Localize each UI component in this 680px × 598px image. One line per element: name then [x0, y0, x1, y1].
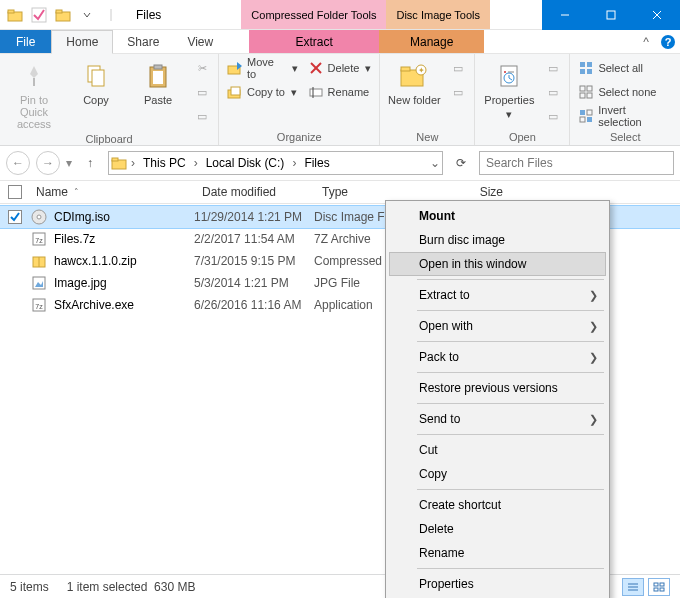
- view-details-button[interactable]: [622, 578, 644, 596]
- ctx-separator: [417, 403, 604, 404]
- tab-view[interactable]: View: [173, 30, 227, 53]
- folder-icon[interactable]: [4, 4, 26, 26]
- ctx-mount[interactable]: Mount: [389, 204, 606, 228]
- copy-button[interactable]: Copy: [68, 58, 124, 108]
- address-bar[interactable]: › This PC › Local Disk (C:) › Files ⌄: [108, 151, 443, 175]
- new-item-mini-button[interactable]: ▭: [448, 58, 468, 78]
- ctx-properties[interactable]: Properties: [389, 572, 606, 596]
- chevron-right-icon[interactable]: ›: [131, 156, 135, 170]
- maximize-button[interactable]: [588, 0, 634, 30]
- tab-manage[interactable]: Manage: [379, 30, 484, 53]
- file-date: 2/2/2017 11:54 AM: [194, 232, 314, 246]
- ctx-delete[interactable]: Delete: [389, 517, 606, 541]
- open-mini-button[interactable]: ▭: [543, 58, 563, 78]
- select-none-button[interactable]: Select none: [576, 82, 674, 102]
- qat-dropdown-icon[interactable]: [76, 4, 98, 26]
- nav-forward-button[interactable]: →: [36, 151, 60, 175]
- contextual-tab-disc[interactable]: Disc Image Tools: [386, 0, 490, 29]
- ctx-shortcut[interactable]: Create shortcut: [389, 493, 606, 517]
- new-folder-button[interactable]: ✦ New folder: [386, 58, 442, 108]
- select-all-checkbox[interactable]: [8, 185, 22, 199]
- ctx-pack-to[interactable]: Pack to❯: [389, 345, 606, 369]
- svg-text:✦: ✦: [418, 66, 425, 75]
- svg-text:7z: 7z: [35, 303, 43, 310]
- pin-icon: [18, 60, 50, 92]
- ctx-rename[interactable]: Rename: [389, 541, 606, 565]
- nav-history-dropdown[interactable]: ▾: [66, 156, 72, 170]
- move-to-button[interactable]: Move to▾: [225, 58, 300, 78]
- paste-shortcut-mini-button[interactable]: ▭: [192, 106, 212, 126]
- chevron-right-icon: ❯: [589, 413, 598, 426]
- help-icon[interactable]: ?: [656, 30, 680, 53]
- search-input[interactable]: Search Files: [479, 151, 674, 175]
- file-name: SfxArchive.exe: [54, 298, 194, 312]
- ctx-open-in-window[interactable]: Open in this window: [389, 252, 606, 276]
- svg-rect-62: [654, 588, 658, 591]
- delete-button[interactable]: Delete▾: [306, 58, 374, 78]
- svg-rect-36: [587, 69, 592, 74]
- rename-button[interactable]: Rename: [306, 82, 374, 102]
- ctx-open-with[interactable]: Open with❯: [389, 314, 606, 338]
- copy-path-mini-button[interactable]: ▭: [192, 82, 212, 102]
- file-name: hawcx.1.1.0.zip: [54, 254, 194, 268]
- tab-file[interactable]: File: [0, 30, 51, 53]
- ctx-cut[interactable]: Cut: [389, 438, 606, 462]
- view-icons-button[interactable]: [648, 578, 670, 596]
- nav-up-button[interactable]: ↑: [78, 151, 102, 175]
- copy-to-icon: [227, 84, 243, 100]
- breadcrumb[interactable]: This PC: [139, 156, 190, 170]
- address-row: ← → ▾ ↑ › This PC › Local Disk (C:) › Fi…: [0, 146, 680, 180]
- ctx-send-to[interactable]: Send to❯: [389, 407, 606, 431]
- cut-mini-button[interactable]: ✂: [192, 58, 212, 78]
- breadcrumb[interactable]: Local Disk (C:): [202, 156, 289, 170]
- sort-asc-icon: ˄: [74, 187, 79, 197]
- select-none-label: Select none: [598, 86, 656, 98]
- column-date[interactable]: Date modified: [196, 181, 316, 203]
- ctx-extract-to[interactable]: Extract to❯: [389, 283, 606, 307]
- column-name[interactable]: Name˄: [30, 181, 196, 203]
- folder-icon[interactable]: [52, 4, 74, 26]
- ctx-copy[interactable]: Copy: [389, 462, 606, 486]
- pin-quick-access-button[interactable]: Pin to Quick access: [6, 58, 62, 132]
- group-select-label: Select: [576, 130, 674, 143]
- group-organize: Move to▾ Copy to▾ Delete▾ Rename Organiz…: [219, 54, 380, 145]
- nav-back-button[interactable]: ←: [6, 151, 30, 175]
- tab-extract[interactable]: Extract: [249, 30, 379, 53]
- tab-share[interactable]: Share: [113, 30, 173, 53]
- chevron-right-icon[interactable]: ›: [292, 156, 296, 170]
- qat-checked-icon[interactable]: [28, 4, 50, 26]
- refresh-button[interactable]: ⟳: [449, 151, 473, 175]
- group-open-label: Open: [481, 130, 563, 143]
- history-mini-button[interactable]: ▭: [543, 106, 563, 126]
- paste-button[interactable]: Paste: [130, 58, 186, 108]
- close-button[interactable]: [634, 0, 680, 30]
- copy-to-label: Copy to: [247, 86, 285, 98]
- file-icon: 7z: [30, 296, 48, 314]
- select-all-button[interactable]: Select all: [576, 58, 674, 78]
- select-all-label: Select all: [598, 62, 643, 74]
- properties-button[interactable]: Properties▾: [481, 58, 537, 123]
- minimize-button[interactable]: [542, 0, 588, 30]
- address-dropdown-icon[interactable]: ⌄: [430, 156, 440, 170]
- window-title: Files: [126, 0, 171, 29]
- ribbon-tabs: File Home Share View Extract Manage ^ ?: [0, 30, 680, 54]
- invert-selection-button[interactable]: Invert selection: [576, 106, 674, 126]
- tab-home[interactable]: Home: [51, 30, 113, 54]
- easy-access-mini-button[interactable]: ▭: [448, 82, 468, 102]
- svg-rect-33: [580, 62, 585, 67]
- edit-mini-button[interactable]: ▭: [543, 82, 563, 102]
- ribbon-collapse-icon[interactable]: ^: [636, 30, 656, 53]
- group-open: Properties▾ ▭ ▭ ▭ Open: [475, 54, 570, 145]
- svg-rect-39: [580, 93, 585, 98]
- svg-rect-34: [587, 62, 592, 67]
- contextual-tab-compressed[interactable]: Compressed Folder Tools: [241, 0, 386, 29]
- breadcrumb[interactable]: Files: [300, 156, 333, 170]
- ctx-burn[interactable]: Burn disc image: [389, 228, 606, 252]
- chevron-right-icon[interactable]: ›: [194, 156, 198, 170]
- ctx-separator: [417, 372, 604, 373]
- row-checkbox[interactable]: [8, 210, 22, 224]
- properties-icon: [493, 60, 525, 92]
- copy-label: Copy: [83, 94, 109, 106]
- ctx-restore[interactable]: Restore previous versions: [389, 376, 606, 400]
- copy-to-button[interactable]: Copy to▾: [225, 82, 300, 102]
